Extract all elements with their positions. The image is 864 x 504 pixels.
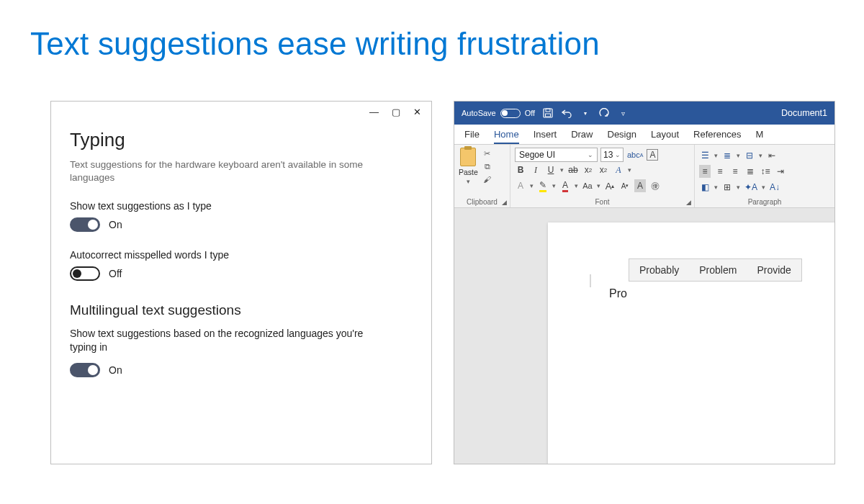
typed-text: Pro [609,287,627,300]
justify-icon[interactable]: ≣ [744,165,756,178]
toggle-multilingual-state: On [109,364,122,376]
bullets-icon[interactable]: ☰ [699,149,711,162]
multilevel-list-icon[interactable]: ⊟ [744,149,755,162]
group-font-label: Font [510,198,694,206]
save-icon[interactable] [542,107,554,119]
chevron-down-icon[interactable]: ▾ [560,166,564,174]
tab-home[interactable]: Home [494,129,519,144]
align-center-icon[interactable]: ≡ [714,165,726,178]
paste-button[interactable]: Paste ▾ [459,148,478,194]
font-size-select[interactable]: 13 ⌄ [600,148,624,162]
text-effects-icon[interactable]: A [613,163,624,176]
autosave-toggle[interactable]: AutoSave Off [462,109,535,118]
font-color-grey-icon[interactable]: A [515,179,526,192]
chevron-down-icon[interactable]: ▾ [575,182,578,189]
underline-button[interactable]: U [545,163,557,176]
enclose-characters-icon[interactable]: ㊝ [649,179,661,192]
suggestion-3[interactable]: Provide [747,259,801,281]
bold-button[interactable]: B [515,163,526,176]
minimize-icon[interactable]: — [369,107,379,117]
chevron-down-icon[interactable]: ▾ [628,166,631,174]
chevron-down-icon[interactable]: ▾ [737,184,740,191]
multilingual-description: Show text suggestions based on the recog… [70,327,390,354]
format-painter-icon[interactable]: 🖌 [482,175,492,185]
toggle-multilingual[interactable] [70,363,100,377]
character-shading-icon[interactable]: A [634,179,646,192]
chevron-down-icon[interactable]: ▾ [714,152,718,159]
group-paragraph-label: Paragraph [695,198,834,206]
borders-icon[interactable]: ⊞ [721,181,733,194]
tab-references[interactable]: References [693,129,741,144]
chevron-down-icon[interactable]: ▾ [530,182,534,189]
chevron-down-icon[interactable]: ▾ [737,152,740,159]
tab-more[interactable]: M [756,129,764,144]
text-suggestion-bar: Probably Problem Provide [629,258,802,282]
paste-label: Paste [459,168,478,176]
font-size-value: 13 [603,150,613,160]
change-case-icon[interactable]: Aa [582,179,593,192]
shrink-font-icon[interactable]: A▾ [619,179,631,192]
chevron-down-icon: ⌄ [588,151,593,158]
autosave-label: AutoSave [462,109,496,117]
align-right-icon[interactable]: ≡ [729,165,741,178]
autosave-pill-icon [500,109,521,118]
superscript-button[interactable]: x2 [598,163,609,176]
subscript-button[interactable]: x2 [582,163,594,176]
quick-access-customize-icon[interactable]: ▿ [617,107,629,119]
numbering-icon[interactable]: ≣ [721,149,733,162]
autosave-state: Off [525,109,535,117]
tab-file[interactable]: File [464,129,480,144]
font-launcher-icon[interactable]: ◢ [686,199,691,206]
undo-dropdown-icon[interactable]: ▾ [580,107,591,119]
toggle-show-suggestions-state: On [109,219,122,230]
line-spacing-icon[interactable]: ↕≡ [760,165,771,178]
close-icon[interactable]: ✕ [413,107,421,117]
decrease-indent-icon[interactable]: ⇤ [766,149,778,162]
text-cursor [590,274,591,287]
undo-icon[interactable] [561,107,572,119]
svg-rect-0 [544,109,552,117]
settings-description: Text suggestions for the hardware keyboa… [70,158,372,184]
maximize-icon[interactable]: ▢ [392,107,400,117]
copy-icon[interactable]: ⧉ [482,162,492,172]
strikethrough-button[interactable]: ab [567,163,579,176]
slide-title: Text suggestions ease writing frustratio… [30,26,600,62]
grow-font-icon[interactable]: A▴ [604,179,616,192]
clipboard-launcher-icon[interactable]: ◢ [502,199,507,206]
toggle-autocorrect[interactable] [70,266,100,281]
tab-draw[interactable]: Draw [571,129,593,144]
tab-insert[interactable]: Insert [534,129,557,144]
asian-layout-icon[interactable]: ✦A [744,181,758,194]
suggestion-2[interactable]: Problem [689,259,747,281]
increase-indent-icon[interactable]: ⇥ [775,165,786,178]
chevron-down-icon[interactable]: ▾ [759,152,762,159]
cut-icon[interactable]: ✂ [482,149,492,159]
highlight-icon[interactable]: ✎ [537,179,549,192]
character-border-icon[interactable]: A [647,149,658,161]
svg-rect-1 [546,109,550,112]
tab-design[interactable]: Design [608,129,636,144]
shading-icon[interactable]: ◧ [699,181,711,194]
font-name-select[interactable]: Segoe UI ⌄ [515,148,598,162]
toggle-show-suggestions[interactable] [70,217,100,232]
chevron-down-icon[interactable]: ▾ [762,184,765,191]
align-left-icon[interactable]: ≡ [699,165,711,178]
sort-icon[interactable]: A↓ [769,181,780,194]
ribbon-tabs: File Home Insert Draw Design Layout Refe… [454,125,834,145]
word-window: AutoSave Off ▾ ▿ Document1 File Home Ins… [454,101,835,464]
redo-icon[interactable] [598,107,610,119]
font-color-icon[interactable]: A [559,179,571,192]
chevron-down-icon[interactable]: ▾ [552,182,556,189]
multilingual-heading: Multilingual text suggestions [70,302,413,318]
chevron-down-icon[interactable]: ▾ [714,184,718,191]
settings-window: — ▢ ✕ Typing Text suggestions for the ha… [50,101,432,464]
chevron-down-icon[interactable]: ▾ [597,182,600,189]
toggle-autocorrect-label: Autocorrect misspelled words I type [70,249,413,261]
italic-button[interactable]: I [530,163,541,176]
suggestion-1[interactable]: Probably [629,259,689,281]
settings-heading: Typing [70,129,413,151]
tab-layout[interactable]: Layout [651,129,679,144]
ribbon: Paste ▾ ✂ ⧉ 🖌 Clipboard ◢ Segoe UI ⌄ [454,145,834,208]
clear-format-icon[interactable]: abcA [626,148,644,161]
document-area[interactable]: Probably Problem Provide Pro [454,208,834,464]
